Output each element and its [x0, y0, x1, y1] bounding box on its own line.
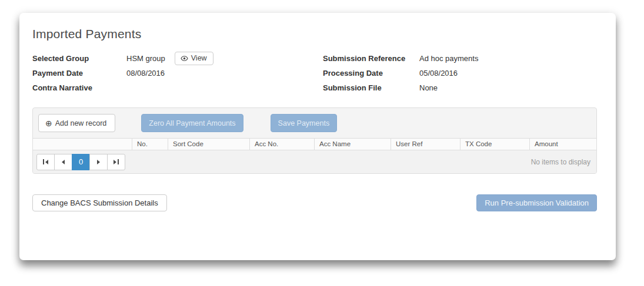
processing-date-value: 05/08/2016: [419, 69, 458, 78]
column-header-acc-name[interactable]: Acc Name: [314, 139, 391, 150]
view-button-label: View: [191, 54, 207, 62]
contra-narrative-label: Contra Narrative: [32, 83, 126, 92]
payments-grid: ⊕ Add new record Zero All Payment Amount…: [32, 107, 597, 174]
submission-file-value: None: [419, 83, 438, 92]
add-new-record-label: Add new record: [55, 119, 107, 127]
submission-file-row: Submission File None: [323, 80, 597, 95]
submission-reference-label: Submission Reference: [323, 54, 419, 63]
next-page-icon: [97, 160, 100, 164]
seek-last-icon: [114, 160, 116, 164]
page-title: Imported Payments: [32, 27, 597, 41]
view-group-button[interactable]: View: [175, 52, 213, 65]
prev-page-icon: [62, 160, 65, 164]
payment-date-row: Payment Date 08/08/2016: [32, 66, 323, 80]
seek-first-icon: [43, 159, 44, 164]
next-page-button[interactable]: [89, 154, 108, 170]
change-bacs-submission-details-button[interactable]: Change BACS Submission Details: [32, 194, 167, 211]
grid-pager: 0 No items to display: [33, 150, 596, 173]
imported-payments-panel: Imported Payments Selected Group HSM gro…: [19, 13, 616, 260]
pager-status-text: No items to display: [531, 158, 590, 166]
submission-summary: Selected Group HSM group View Payment Da…: [32, 51, 597, 95]
summary-left-column: Selected Group HSM group View Payment Da…: [32, 51, 323, 95]
footer-actions: Change BACS Submission Details Run Pre-s…: [32, 194, 597, 211]
previous-page-button[interactable]: [54, 154, 72, 170]
first-page-button[interactable]: [36, 154, 55, 170]
pager-button-group: 0: [36, 154, 125, 170]
summary-right-column: Submission Reference Ad hoc payments Pro…: [323, 51, 597, 95]
zero-all-payment-amounts-button[interactable]: Zero All Payment Amounts: [141, 114, 243, 132]
grid-toolbar: ⊕ Add new record Zero All Payment Amount…: [33, 108, 596, 138]
column-header-user-ref[interactable]: User Ref: [391, 139, 460, 150]
last-page-button[interactable]: [107, 154, 125, 170]
submission-reference-value: Ad hoc payments: [419, 54, 478, 63]
current-page-button[interactable]: 0: [72, 154, 90, 170]
submission-file-label: Submission File: [323, 83, 419, 92]
column-header-tx-code[interactable]: TX Code: [460, 139, 529, 150]
payment-date-value: 08/08/2016: [126, 69, 165, 78]
selected-group-value: HSM group: [126, 54, 165, 63]
grid-header-row: No. Sort Code Acc No. Acc Name User Ref …: [33, 138, 596, 150]
column-header-sort-code[interactable]: Sort Code: [168, 139, 249, 150]
run-pre-submission-validation-button[interactable]: Run Pre-submission Validation: [476, 194, 597, 211]
plus-circle-icon: ⊕: [45, 119, 52, 127]
eye-icon: [181, 55, 188, 62]
column-header-acc-no[interactable]: Acc No.: [249, 139, 314, 150]
processing-date-row: Processing Date 05/08/2016: [323, 66, 597, 80]
payment-date-label: Payment Date: [32, 69, 126, 78]
add-new-record-button[interactable]: ⊕ Add new record: [38, 114, 115, 132]
column-header-no[interactable]: No.: [132, 139, 168, 150]
column-header-amount[interactable]: Amount: [529, 139, 596, 150]
selected-group-label: Selected Group: [32, 54, 126, 63]
submission-reference-row: Submission Reference Ad hoc payments: [323, 51, 597, 66]
column-header-command: [33, 139, 132, 150]
save-payments-button[interactable]: Save Payments: [271, 114, 338, 132]
contra-narrative-row: Contra Narrative: [32, 80, 323, 95]
selected-group-row: Selected Group HSM group View: [32, 51, 323, 66]
processing-date-label: Processing Date: [323, 69, 419, 78]
